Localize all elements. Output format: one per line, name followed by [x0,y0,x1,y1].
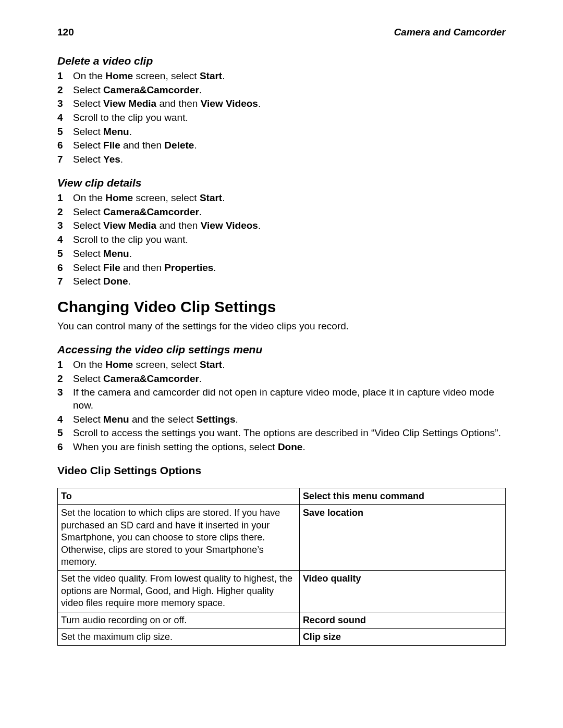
table-cell-command: Save location [299,505,505,571]
step-text: Select Menu and the select Settings. [73,413,506,426]
step-number: 1 [57,359,73,372]
step-number: 5 [57,427,73,440]
step-text: Select File and then Delete. [73,139,506,152]
step-text: Select Camera&Camcorder. [73,206,506,219]
step-text: Select View Media and then View Videos. [73,97,506,110]
step-number: 4 [57,413,73,426]
step-number: 3 [57,97,73,110]
step-item: 4Select Menu and the select Settings. [57,413,506,426]
step-list: 1On the Home screen, select Start.2Selec… [57,359,506,454]
table-cell-description: Set the location to which clips are stor… [58,505,300,571]
step-number: 5 [57,248,73,261]
table-row: Turn audio recording on or off.Record so… [58,612,506,628]
step-number: 5 [57,126,73,139]
section-intro: You can control many of the settings for… [57,320,506,333]
step-text: Select Menu. [73,248,506,261]
step-number: 3 [57,386,73,399]
step-text: If the camera and camcorder did not open… [73,386,506,412]
step-item: 6Select File and then Properties. [57,262,506,275]
section-heading: Changing Video Clip Settings [57,297,506,317]
step-item: 1On the Home screen, select Start. [57,70,506,83]
step-number: 7 [57,275,73,288]
step-item: 3Select View Media and then View Videos. [57,97,506,110]
step-item: 4Scroll to the clip you want. [57,112,506,125]
table-header-row: ToSelect this menu command [58,488,506,505]
step-number: 4 [57,233,73,246]
table-cell-description: Set the maximum clip size. [58,628,300,645]
document-page: 120 Camera and Camcorder Delete a video … [0,0,563,728]
step-item: 3If the camera and camcorder did not ope… [57,386,506,412]
section-heading: Accessing the video clip settings menu [57,342,506,356]
step-list: 1On the Home screen, select Start.2Selec… [57,192,506,288]
step-item: 5Select Menu. [57,126,506,139]
step-item: 2Select Camera&Camcorder. [57,206,506,219]
section-heading: Video Clip Settings Options [57,463,506,477]
step-number: 6 [57,262,73,275]
table-cell-command: Record sound [299,612,505,628]
step-number: 2 [57,373,73,386]
step-item: 7Select Yes. [57,153,506,166]
step-text: Select Camera&Camcorder. [73,373,506,386]
table-header-cell: Select this menu command [299,488,505,505]
step-item: 1On the Home screen, select Start. [57,359,506,372]
step-number: 7 [57,153,73,166]
table-cell-command: Video quality [299,571,505,612]
step-item: 2Select Camera&Camcorder. [57,84,506,97]
options-table: ToSelect this menu commandSet the locati… [57,488,506,646]
step-text: Scroll to the clip you want. [73,233,506,246]
table-cell-description: Turn audio recording on or off. [58,612,300,628]
step-number: 2 [57,84,73,97]
step-text: Select Menu. [73,126,506,139]
step-item: 3Select View Media and then View Videos. [57,219,506,232]
step-text: Select Yes. [73,153,506,166]
step-number: 1 [57,70,73,83]
step-item: 2Select Camera&Camcorder. [57,373,506,386]
step-text: Scroll to the clip you want. [73,112,506,125]
step-text: Select View Media and then View Videos. [73,219,506,232]
step-item: 7Select Done. [57,275,506,288]
step-list: 1On the Home screen, select Start.2Selec… [57,70,506,166]
chapter-title: Camera and Camcorder [394,26,506,39]
section-heading: Delete a video clip [57,54,506,68]
step-number: 6 [57,139,73,152]
step-item: 6When you are finish setting the options… [57,441,506,454]
table-row: Set the location to which clips are stor… [58,505,506,571]
page-number: 120 [57,26,74,39]
step-number: 3 [57,219,73,232]
step-text: Scroll to access the settings you want. … [73,427,506,440]
step-number: 2 [57,206,73,219]
step-text: On the Home screen, select Start. [73,359,506,372]
page-content: Delete a video clip1On the Home screen, … [57,54,506,646]
table-cell-command: Clip size [299,628,505,645]
step-item: 1On the Home screen, select Start. [57,192,506,205]
step-item: 5Select Menu. [57,248,506,261]
step-text: On the Home screen, select Start. [73,70,506,83]
step-text: Select File and then Properties. [73,262,506,275]
step-text: Select Done. [73,275,506,288]
table-row: Set the video quality. From lowest quali… [58,571,506,612]
section-heading: View clip details [57,176,506,190]
step-text: On the Home screen, select Start. [73,192,506,205]
step-number: 1 [57,192,73,205]
table-row: Set the maximum clip size.Clip size [58,628,506,645]
page-header: 120 Camera and Camcorder [57,26,506,39]
table-header-cell: To [58,488,300,505]
step-item: 5Scroll to access the settings you want.… [57,427,506,440]
step-number: 4 [57,112,73,125]
step-text: When you are finish setting the options,… [73,441,506,454]
step-item: 6Select File and then Delete. [57,139,506,152]
table-cell-description: Set the video quality. From lowest quali… [58,571,300,612]
step-item: 4Scroll to the clip you want. [57,233,506,246]
step-number: 6 [57,441,73,454]
step-text: Select Camera&Camcorder. [73,84,506,97]
